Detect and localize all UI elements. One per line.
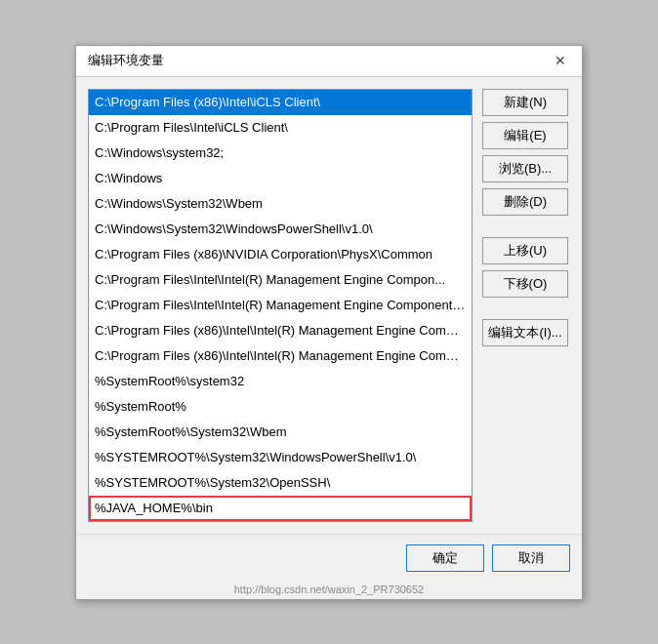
list-item[interactable]: C:\Windows\system32; [89,141,472,166]
list-item[interactable]: C:\Program Files (x86)\Intel\iCLS Client… [89,90,472,115]
ok-button[interactable]: 确定 [406,544,484,572]
list-item[interactable]: %SYSTEMROOT%\System32\WindowsPowerShell\… [89,445,472,470]
list-item[interactable]: C:\Program Files (x86)\Intel\Intel(R) Ma… [89,318,472,343]
env-list[interactable]: C:\Program Files (x86)\Intel\iCLS Client… [88,89,473,522]
list-item[interactable]: C:\Program Files (x86)\Intel\Intel(R) Ma… [89,343,472,369]
browse-button[interactable]: 浏览(B)... [482,155,568,182]
cancel-button[interactable]: 取消 [492,544,570,572]
delete-button[interactable]: 删除(D) [482,188,568,216]
watermark: http://blog.csdn.net/waxin_2_PR730652 [76,582,582,599]
list-item[interactable]: %JAVA_HOME%\bin [89,496,472,521]
list-item[interactable]: C:\Program Files\Intel\Intel(R) Manageme… [89,267,472,293]
buttons-panel: 新建(N) 编辑(E) 浏览(B)... 删除(D) 上移(U) 下移(O) 编… [482,89,570,522]
new-button[interactable]: 新建(N) [482,89,568,116]
list-item[interactable]: C:\Windows [89,166,472,191]
list-item[interactable]: %SystemRoot%\system32 [89,369,472,394]
dialog-title: 编辑环境变量 [88,52,164,69]
list-item[interactable]: C:\Windows\System32\WindowsPowerShell\v1… [89,217,472,242]
edit-env-dialog: 编辑环境变量 ✕ C:\Program Files (x86)\Intel\iC… [75,45,583,600]
dialog-content: C:\Program Files (x86)\Intel\iCLS Client… [76,77,582,534]
list-item[interactable]: C:\Program Files\Intel\Intel(R) Manageme… [89,293,472,318]
move-down-button[interactable]: 下移(O) [482,270,568,298]
close-button[interactable]: ✕ [551,51,570,70]
list-item[interactable]: %SystemRoot% [89,394,472,420]
dialog-footer: 确定 取消 [76,534,582,582]
list-item[interactable]: %SystemRoot%\System32\Wbem [89,420,472,445]
edit-text-button[interactable]: 编辑文本(I)... [482,319,568,346]
title-bar: 编辑环境变量 ✕ [76,46,582,77]
list-item[interactable]: C:\Windows\System32\Wbem [89,191,472,217]
list-item[interactable]: C:\Program Files\Intel\iCLS Client\ [89,115,472,141]
list-item[interactable]: %SYSTEMROOT%\System32\OpenSSH\ [89,470,472,496]
move-up-button[interactable]: 上移(U) [482,237,568,264]
list-item[interactable]: C:\Program Files (x86)\NVIDIA Corporatio… [89,242,472,267]
edit-button[interactable]: 编辑(E) [482,122,568,149]
